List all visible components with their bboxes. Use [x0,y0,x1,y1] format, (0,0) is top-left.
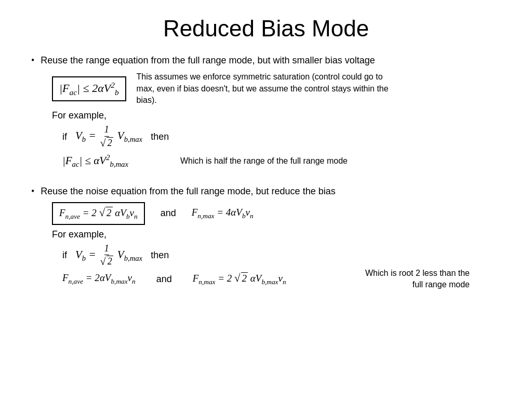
if-then-row-2: if Vb = 1 √2 Vb,max then [62,243,501,268]
bullet-dot-2: • [31,186,34,197]
slide: Reduced Bias Mode • Reuse the range equa… [0,0,532,399]
page-title: Reduced Bias Mode [31,16,501,42]
if-word-2: if [62,250,67,261]
fn-ave-formula: Fn,ave = 2 √2 αVbvn [59,206,138,221]
formula-description-1: This assumes we enforce symmetric satura… [137,71,396,106]
for-example-2: For example, [52,229,501,240]
formula-box-1: |Fac| ≤ 2αV2b [52,76,126,101]
vb-equation-2: Vb = 1 √2 Vb,max [75,243,142,268]
which-text-2: Which is root 2 less than the full range… [355,268,470,291]
formula-fac-box: |Fac| ≤ 2αV2b [59,81,119,97]
result-row-2: Fn,ave = 2αVb,maxvn and Fn,max = 2 √2 αV… [62,272,501,286]
then-word-1: then [151,131,169,142]
fn-max-formula: Fn,max = 4αVbvn [192,207,254,220]
result-row-1: |Fac| ≤ αV2b,max Which is half the range… [62,153,501,169]
fn-ave-result: Fn,ave = 2αVb,maxvn [62,272,136,286]
and-word-2: and [156,274,172,285]
if-word-1: if [62,131,67,142]
formula-box-2: Fn,ave = 2 √2 αVbvn [52,202,145,225]
then-word-2: then [151,250,169,261]
bullet-text-1: Reuse the range equation from the full r… [41,54,375,67]
for-example-1: For example, [52,110,501,121]
vb-equation-1: Vb = 1 √2 Vb,max [75,124,142,149]
if-then-row-1: if Vb = 1 √2 Vb,max then [62,124,501,149]
formula-row-1: |Fac| ≤ 2αV2b This assumes we enforce sy… [52,71,501,106]
fac-result-1: |Fac| ≤ αV2b,max [62,153,128,169]
bullet-dot-1: • [31,55,34,66]
bullet-item-2: • Reuse the noise equation from the full… [31,185,501,198]
bullet-text-2: Reuse the noise equation from the full r… [41,185,335,198]
bullet-item-1: • Reuse the range equation from the full… [31,54,501,67]
which-text-1: Which is half the range of the full rang… [180,156,348,166]
bullet-section-2: • Reuse the noise equation from the full… [31,185,501,287]
and-word-1: and [161,208,176,219]
fn-max-result: Fn,max = 2 √2 αVb,maxvn [193,272,286,286]
bullet-section-1: • Reuse the range equation from the full… [31,54,501,169]
noise-formula-row: Fn,ave = 2 √2 αVbvn and Fn,max = 4αVbvn [52,202,501,225]
